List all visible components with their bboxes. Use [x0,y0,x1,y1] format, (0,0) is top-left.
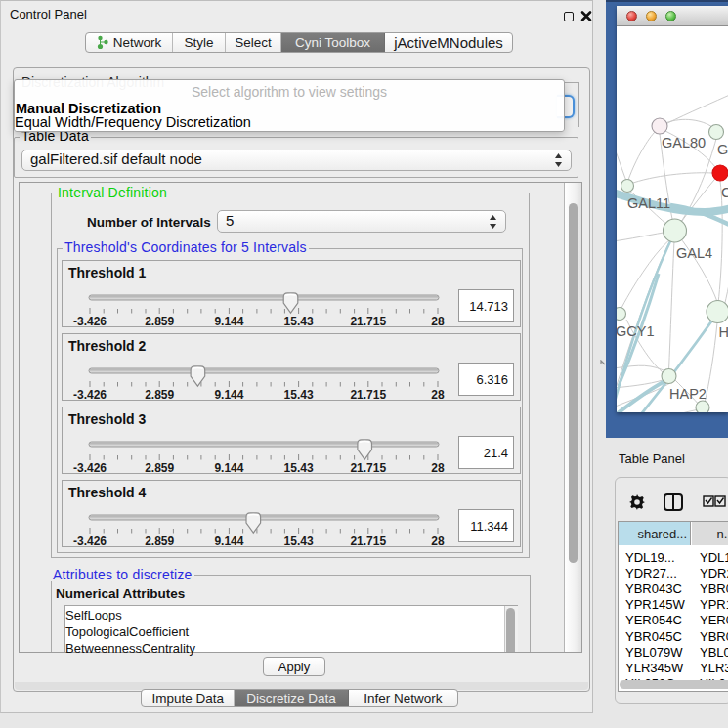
svg-text:9.144: 9.144 [214,315,243,328]
svg-text:2.859: 2.859 [145,535,174,548]
svg-text:21.715: 21.715 [350,388,386,402]
svg-text:28: 28 [431,461,445,475]
svg-text:GAL80: GAL80 [662,135,706,150]
svg-text:C: C [721,185,728,200]
svg-text:28: 28 [431,535,445,548]
svg-text:15.43: 15.43 [284,535,314,548]
svg-text:H: H [719,324,728,340]
svg-text:21.715: 21.715 [350,461,386,475]
svg-text:-3.426: -3.426 [73,535,107,548]
svg-text:G.: G. [717,142,728,157]
svg-text:-3.426: -3.426 [73,461,107,475]
svg-text:21.715: 21.715 [350,535,386,548]
svg-text:9.144: 9.144 [214,535,243,548]
svg-text:GAL4: GAL4 [676,245,712,261]
svg-text:2.859: 2.859 [145,315,174,328]
svg-text:9.144: 9.144 [214,388,243,402]
svg-text:15.43: 15.43 [284,388,314,402]
svg-text:2.859: 2.859 [145,388,174,402]
svg-text:2.859: 2.859 [145,461,174,475]
svg-text:-3.426: -3.426 [73,315,107,328]
svg-text:GCY1: GCY1 [617,323,655,339]
svg-text:15.43: 15.43 [284,461,314,475]
svg-text:-3.426: -3.426 [73,388,107,402]
svg-text:28: 28 [431,315,445,328]
svg-text:9.144: 9.144 [214,461,243,475]
svg-text:15.43: 15.43 [284,315,314,328]
svg-text:HAP2: HAP2 [669,386,707,402]
svg-text:28: 28 [431,388,445,402]
svg-text:GAL11: GAL11 [627,195,670,211]
svg-text:21.715: 21.715 [350,315,386,328]
